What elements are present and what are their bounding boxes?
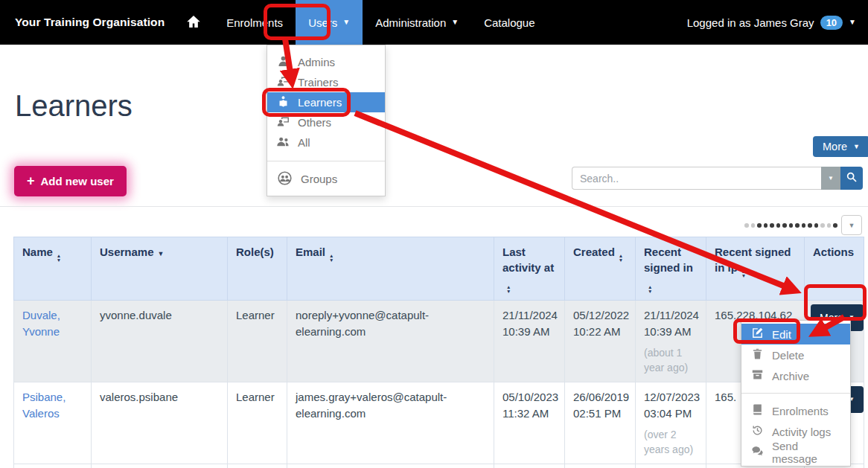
menu-divider [741, 393, 850, 394]
sort-icon: ▲▼ [329, 254, 334, 262]
home-button[interactable] [173, 0, 214, 45]
dot [751, 223, 756, 228]
page-title: Learners [15, 89, 133, 123]
cell-created: 05/12/2022 10:22 AM [565, 301, 636, 382]
header-recent-signed-in[interactable]: Recent signed in▲▼ [636, 237, 706, 301]
dot [827, 223, 832, 228]
cell-name: Psibane, Valeros [14, 382, 92, 464]
search-button[interactable] [840, 167, 863, 190]
menu-divider [267, 161, 385, 161]
header-username[interactable]: Username▼ [92, 237, 228, 301]
dot [795, 223, 800, 228]
others-icon [277, 115, 290, 130]
menu-item-send-message[interactable]: Send message [741, 442, 850, 463]
column-visibility-button[interactable]: ▼ [841, 215, 862, 235]
header-name[interactable]: Name▲▼ [14, 237, 92, 301]
cell-role: Learner [228, 464, 287, 468]
dot [782, 223, 787, 228]
search-icon [846, 171, 858, 185]
user-name-link[interactable]: Duvale, Yvonne [22, 309, 60, 338]
cell-role: Learner [228, 382, 287, 464]
learners-icon [277, 95, 290, 110]
delete-icon [751, 347, 764, 362]
table-row: Duvale, Yvonne yvonne.duvale Learner nor… [14, 301, 864, 382]
table-row: Hasalibrar, Trithereon trithereon Learne… [14, 464, 864, 468]
all-users-icon [277, 135, 290, 150]
notification-badge[interactable]: 10 [820, 16, 843, 30]
cell-last-activity: 05/10/2023 11:32 AM [494, 382, 565, 464]
nav-administration[interactable]: Administration ▼ [363, 0, 471, 45]
logged-in-text: Logged in as James Gray [687, 16, 814, 29]
nav-users[interactable]: Users ▼ [296, 0, 363, 45]
header-email[interactable]: Email▲▼ [287, 237, 494, 301]
menu-item-edit[interactable]: Edit [741, 324, 850, 344]
menu-item-delete[interactable]: Delete [741, 344, 850, 365]
send-message-icon [751, 445, 764, 460]
chevron-down-icon: ▼ [342, 19, 350, 26]
sort-icon: ▲▼ [741, 269, 746, 278]
cell-recent-signed-in: 12/07/2023 03:04 PM(over 2 years ago) [636, 382, 706, 464]
header-last-activity[interactable]: Last activity at▲▼ [494, 237, 565, 301]
page: Your Training Organisation Enrolments Us… [0, 0, 868, 468]
menu-item-admins[interactable]: Admins [267, 52, 385, 72]
cell-role: Learner [228, 301, 287, 382]
dot [770, 223, 774, 228]
search-options-button[interactable]: ▼ [821, 167, 840, 190]
user-name-link[interactable]: Psibane, Valeros [22, 391, 66, 420]
row-actions-menu: Edit Delete Archive Enrolments Activity … [741, 320, 851, 467]
groups-icon [277, 170, 293, 188]
menu-item-others[interactable]: Others [267, 112, 385, 132]
sort-icon: ▲▼ [57, 254, 61, 262]
table-row: Psibane, Valeros valeros.psibane Learner… [14, 382, 864, 464]
cell-username: yvonne.duvale [92, 301, 228, 382]
sort-icon: ▲▼ [619, 254, 623, 262]
pagination-dots [744, 223, 837, 228]
dot [764, 223, 768, 228]
cell-username: valeros.psibane [92, 382, 228, 464]
header-created[interactable]: Created▲▼ [565, 237, 636, 301]
header-recent-signed-in-ip[interactable]: Recent signed in ip▲▼ [706, 237, 805, 301]
enrolments-icon [751, 403, 764, 418]
menu-item-trainers[interactable]: Trainers [267, 72, 385, 92]
add-new-user-button[interactable]: + Add new user [14, 166, 127, 196]
cell-email: james.gray+valeros@catapult-elearning.co… [287, 382, 494, 464]
relative-time: (over 2 years ago) [644, 427, 698, 458]
users-dropdown-menu: Admins Trainers Learners Others All Grou… [267, 45, 386, 196]
cell-last-activity: 21/11/2024 10:39 AM [494, 301, 565, 382]
section-divider [0, 206, 868, 207]
nav-catalogue[interactable]: Catalogue [471, 0, 547, 45]
table-header-row: Name▲▼ Username▼ Role(s) Email▲▼ Last ac… [14, 237, 864, 301]
cell-last-activity: 11/05/2021 11:17 AM [494, 464, 565, 468]
menu-item-archive[interactable]: Archive [741, 365, 850, 386]
search-input[interactable] [572, 167, 821, 190]
cell-email: noreply+yvonne@catapult-elearning.com [287, 301, 494, 382]
account-area: Logged in as James Gray 10 ▼ [687, 0, 868, 45]
chevron-down-icon: ▼ [828, 175, 834, 182]
menu-item-activity-logs[interactable]: Activity logs [741, 421, 850, 442]
search-group: ▼ [572, 167, 863, 190]
dot [814, 223, 819, 228]
cell-name: Hasalibrar, Trithereon [14, 464, 92, 468]
chevron-down-icon: ▼ [451, 19, 459, 26]
dot [789, 223, 794, 228]
more-button-top[interactable]: More ▼ [813, 136, 868, 157]
nav-enrolments[interactable]: Enrolments [214, 0, 296, 45]
cell-username: trithereon [92, 464, 228, 468]
chevron-down-icon: ▼ [853, 144, 860, 150]
dot [802, 223, 806, 228]
menu-item-groups[interactable]: Groups [267, 167, 385, 191]
top-navbar: Your Training Organisation Enrolments Us… [0, 0, 868, 45]
sort-desc-icon: ▼ [158, 250, 165, 257]
sort-icon: ▲▼ [506, 285, 511, 293]
account-menu-caret-icon[interactable]: ▼ [849, 19, 856, 26]
cell-name: Duvale, Yvonne [14, 301, 92, 382]
admins-icon [277, 55, 290, 70]
cell-email: james.gray+trithereon@catapult-elearning… [287, 464, 494, 468]
trainers-icon [277, 75, 290, 90]
dot [744, 223, 749, 228]
menu-item-learners[interactable]: Learners [267, 92, 385, 112]
menu-item-all[interactable]: All [267, 132, 385, 153]
dot [808, 223, 812, 228]
menu-item-enrolments[interactable]: Enrolments [741, 400, 850, 421]
cell-created: 26/06/2019 02:51 PM [565, 382, 636, 464]
